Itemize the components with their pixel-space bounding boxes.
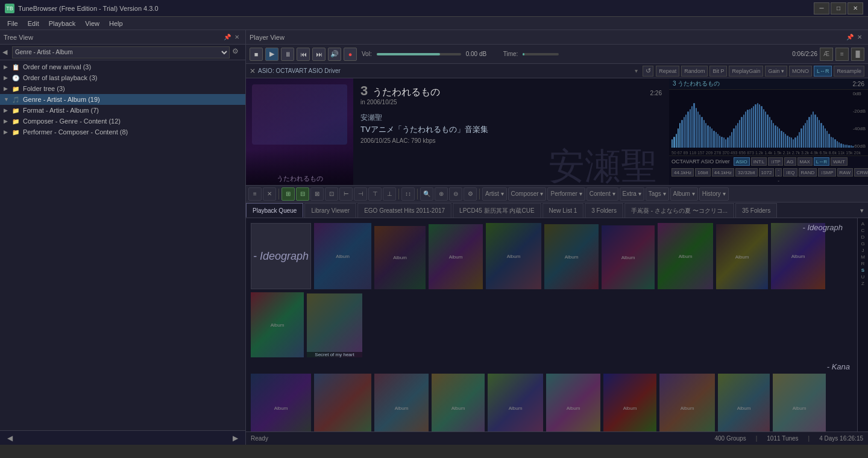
prev-button[interactable]: ⏮	[297, 48, 310, 61]
tb-zoom-out[interactable]: ⊖	[449, 187, 462, 201]
tree-item-format-artist-album[interactable]: ▶ 📁 Format - Artist - Album (7)	[0, 105, 245, 116]
mono-button[interactable]: MONO	[789, 66, 812, 77]
next-button[interactable]: ⏭	[312, 48, 326, 61]
album-tile-r2-4[interactable]: Album	[432, 374, 485, 431]
tb-album-dropdown[interactable]: Album ▾	[670, 187, 698, 201]
tab-more-button[interactable]: ▾	[856, 203, 868, 218]
album-tile-r2-8[interactable]: Album	[659, 374, 715, 431]
menu-view[interactable]: View	[80, 19, 104, 28]
alpha-R[interactable]: R	[861, 260, 865, 267]
alpha-U[interactable]: U	[861, 274, 865, 280]
album-tile-r2-10[interactable]: Album	[773, 374, 826, 431]
tb-artist-dropdown[interactable]: Artist ▾	[482, 187, 507, 201]
tb-menu-button[interactable]: ≡	[248, 187, 262, 201]
tb-search-button[interactable]: 🔍	[420, 187, 433, 201]
menu-playback[interactable]: Playback	[44, 19, 81, 28]
volume-slider[interactable]	[377, 53, 461, 55]
menu-edit[interactable]: Edit	[23, 19, 44, 28]
tab-35-folders[interactable]: 35 Folders	[735, 203, 777, 218]
album-tile-7[interactable]: Album	[658, 223, 713, 289]
album-tile-9[interactable]: Album	[771, 223, 825, 289]
tb-composer-dropdown[interactable]: Composer ▾	[508, 187, 547, 201]
lr-swap-button[interactable]: L↔R	[814, 66, 832, 77]
device-refresh-button[interactable]: ↺	[643, 66, 653, 77]
tree-view-close[interactable]: ✕	[232, 33, 242, 42]
tb-view-6[interactable]: ⊣	[354, 187, 367, 201]
album-tile-2[interactable]: Album	[374, 226, 426, 289]
tab-library-viewer[interactable]: Library Viewer	[304, 203, 356, 218]
alpha-J[interactable]: J	[862, 247, 864, 254]
album-tile-11[interactable]: Secret of my heart	[307, 293, 362, 357]
tb-view-1[interactable]: ⊞	[281, 187, 295, 201]
tab-new-list[interactable]: New List 1	[542, 203, 584, 218]
tb-view-4[interactable]: ⊡	[325, 187, 338, 201]
tb-content-dropdown[interactable]: Content ▾	[587, 187, 618, 201]
tab-ego-greatset[interactable]: EGO Greatset Hits 2011-2017	[357, 203, 451, 218]
tb-zoom-in[interactable]: ⊕	[435, 187, 448, 201]
album-tile-r2-1[interactable]: Album	[251, 374, 311, 431]
alpha-Z[interactable]: Z	[861, 280, 864, 287]
tb-performer-dropdown[interactable]: Performer ▾	[547, 187, 585, 201]
tb-view-7[interactable]: ⊤	[368, 187, 382, 201]
tree-view-select[interactable]: Genre - Artist - Album Order of new arri…	[12, 46, 230, 58]
tb-history-dropdown[interactable]: History ▾	[699, 187, 729, 201]
album-tile-8[interactable]: Album	[716, 224, 768, 289]
tree-item-genre-artist-album[interactable]: ▼ 🎵 Genre - Artist - Album (19)	[0, 94, 245, 105]
tree-item-performer-composer[interactable]: ▶ 📁 Performer - Composer - Content (8)	[0, 127, 245, 137]
eq-button-1[interactable]: Æ	[820, 48, 833, 61]
player-view-close[interactable]: ✕	[855, 33, 864, 42]
maximize-button[interactable]: □	[831, 2, 846, 14]
album-tile-1[interactable]: Album	[314, 223, 371, 289]
close-button[interactable]: ✕	[848, 2, 863, 14]
tab-3-folders[interactable]: 3 Folders	[585, 203, 623, 218]
tree-settings-icon[interactable]: ⚙	[232, 47, 243, 58]
time-slider[interactable]	[523, 53, 559, 55]
eq-button-2[interactable]: ≡	[835, 48, 849, 61]
album-tile-r2-2[interactable]: Secret of my heart	[314, 374, 371, 431]
tb-view-5[interactable]: ⊢	[339, 187, 353, 201]
tb-extra-dropdown[interactable]: Extra ▾	[620, 187, 644, 201]
tree-item-folder-tree[interactable]: ▶ 📁 Folder tree (3)	[0, 83, 245, 94]
stop-button[interactable]: ■	[250, 48, 263, 61]
tb-view-8[interactable]: ⊥	[383, 187, 396, 201]
album-tile-r2-5[interactable]: Album	[488, 374, 543, 431]
album-tile-4[interactable]: Album	[486, 223, 541, 289]
bitp-button[interactable]: Bit P	[709, 66, 727, 77]
tree-back-button[interactable]: ◀	[5, 434, 15, 442]
album-tile-r2-3[interactable]: Album	[374, 374, 429, 431]
random-button[interactable]: Random	[681, 66, 708, 77]
tb-tags-dropdown[interactable]: Tags ▾	[646, 187, 669, 201]
device-dropdown-icon[interactable]: ▾	[635, 67, 638, 74]
player-view-pin[interactable]: 📌	[845, 33, 855, 42]
menu-file[interactable]: File	[2, 19, 23, 28]
tb-settings-button[interactable]: ⚙	[464, 187, 477, 201]
album-tile-6[interactable]: Album	[602, 225, 655, 289]
device-close-button[interactable]: ✕	[250, 67, 256, 75]
repeat-button[interactable]: Repeat	[656, 66, 679, 77]
tree-forward-button[interactable]: ▶	[230, 434, 241, 442]
tree-item-new-arrival[interactable]: ▶ 📋 Order of new arrival (3)	[0, 61, 245, 72]
album-tile-r2-7[interactable]: Album	[603, 374, 656, 431]
replaygain-button[interactable]: ReplayGain	[729, 66, 763, 77]
gain-button[interactable]: Gain ▾	[765, 66, 787, 77]
album-tile-r2-9[interactable]: Album	[718, 374, 770, 431]
tb-sort-button[interactable]: ↕↕	[401, 187, 415, 201]
tb-clear-button[interactable]: ✕	[263, 187, 276, 201]
alpha-C[interactable]: C	[861, 227, 865, 234]
volume-button[interactable]: 🔊	[328, 48, 341, 61]
album-tile-r2-6[interactable]: Album	[546, 374, 600, 431]
menu-help[interactable]: Help	[104, 19, 128, 28]
tb-view-2[interactable]: ⊟	[296, 187, 309, 201]
tree-item-composer-genre[interactable]: ▶ 📁 Composer - Genre - Content (12)	[0, 116, 245, 127]
alpha-G[interactable]: G	[861, 240, 864, 247]
alpha-S[interactable]: S	[861, 267, 864, 274]
tab-te-shima[interactable]: 手嶌葵 - さよならの夏 〜コクリコ...	[624, 203, 734, 218]
tb-view-3[interactable]: ⊠	[310, 187, 324, 201]
album-tile-10[interactable]: Album	[251, 292, 304, 357]
tab-playback-queue[interactable]: Playback Queue	[246, 203, 303, 218]
tree-view-pin[interactable]: 📌	[222, 33, 232, 42]
alpha-M[interactable]: M	[861, 254, 865, 260]
tree-item-last-playback[interactable]: ▶ 🕐 Order of last playback (3)	[0, 72, 245, 83]
resample-button[interactable]: Resample	[834, 66, 864, 77]
minimize-button[interactable]: ─	[814, 2, 829, 14]
